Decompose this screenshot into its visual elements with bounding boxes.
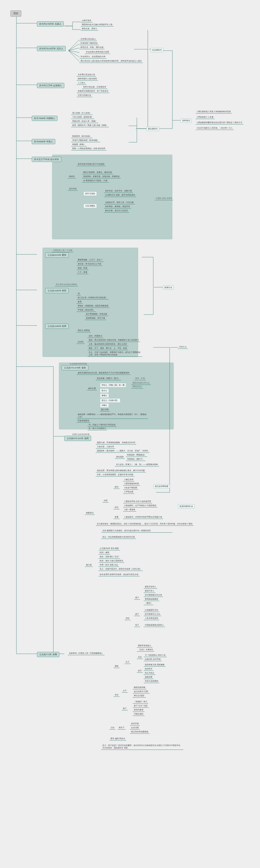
leaf: 教育 <box>137 670 143 673</box>
leaf: 我国境内迄今已确认发现最早古人类 <box>81 23 114 27</box>
root-node[interactable]: 历史 <box>10 10 21 17</box>
svg-line-17 <box>68 51 79 62</box>
branch-zhanguo[interactable]: 公元前475-221年 战国 <box>64 436 91 441</box>
leaf: 制造耒耜，发展交通，制造乐器，发展商业 <box>82 175 121 178</box>
leaf: 儒家学派创始人 <box>137 644 152 648</box>
leaf: 人工取火 <box>77 82 86 85</box>
leaf: 浙江余姚（长江流域） <box>71 112 92 115</box>
branch-banpo[interactable]: 距今6000年 半坡人 <box>32 139 55 144</box>
branch-hemudu[interactable]: 距今7000年 河姆渡人 <box>32 116 57 121</box>
label-daojia: 道家 <box>114 693 120 697</box>
label-neirong: 内容 <box>103 499 109 502</box>
leaf: 都 迁至 殷（后商权水系迁都至殷） <box>77 296 109 300</box>
leaf: 周口店北京人遗址是迄今所知世界内涵最丰富，材料最齐全的直立人遗址 <box>79 60 143 63</box>
block-yandi <box>52 155 172 239</box>
leaf: 《论语》为弟读孔 <box>137 648 154 652</box>
leaf: 评价：公录最高级索置，反复科学要中的路 <box>96 473 134 476</box>
label-rujia: 儒家 <box>124 617 131 620</box>
note-side2: 促进封建制社会 <box>178 504 195 508</box>
leaf: 周倒沙衰之 <box>132 385 143 389</box>
leaf: 地点位置：李冰奉秦王都令修建都江堰夫，解方代水问题 <box>96 469 146 472</box>
leaf: 知之为知之 <box>144 672 155 675</box>
branch-xia[interactable]: 公元前2070年 夏朝 <box>45 252 69 258</box>
label-zhengzhi: 政治 <box>114 486 120 489</box>
leaf: 提倡有教无类 因材施教 <box>144 663 166 666</box>
box-qihuan: 齐桓公（首数上面）第一霸 <box>100 383 126 388</box>
leaf: 种植粟（粮食） <box>71 143 87 146</box>
leaf: 诸侯：天子、诸侯、卿大夫、士、平民、奴隶 <box>88 347 128 350</box>
label-rujia2: 儒家 <box>114 665 120 668</box>
branch-shang[interactable]: 公元前1600年 商朝 <box>45 288 69 293</box>
side-note: 中原氏 炎黄 后来华 <box>155 197 173 200</box>
leaf: 3 改革户籍制度 <box>123 486 138 490</box>
leaf: 群居生活，时食，西时石器 <box>79 46 105 49</box>
note-side1: 建立起和理制度 <box>153 484 170 489</box>
leaf: 三家分晋，三家分齐 <box>96 445 115 448</box>
label-shennong: 神农氏 <box>68 175 76 178</box>
leaf: 教民开垦耕种，发展生，遍尝百草 <box>82 171 113 174</box>
leaf: 盘庚 <box>77 300 83 304</box>
leaf: 汤 <box>77 292 81 296</box>
leaf: 敦化后事，最后文方位死后 <box>104 209 129 213</box>
leaf: 顺应自然和观 <box>133 686 146 689</box>
leaf: 公元前256年 李冰 蜀郡 <box>98 547 120 550</box>
leaf: 建立和央专的极统统 <box>130 731 149 734</box>
label-shangyang: 商鞅变法 <box>85 512 95 515</box>
leaf: 亡于：桀暴 <box>77 271 88 274</box>
connector-lines <box>0 0 260 868</box>
label-yixue: 医学 扁鹊 四诊法 <box>110 737 126 741</box>
leaf: 反对发路非正义品 <box>144 613 161 616</box>
note: 2.劳动创造了人本身 <box>196 116 214 119</box>
label-mozi: 墨子 <box>134 596 140 600</box>
leaf: 追无法而为"无用" <box>133 690 150 693</box>
leaf: 时间：秦国 <box>98 551 110 555</box>
leaf: 黄帝和炎帝部落先富于中游地区 <box>77 163 106 166</box>
branch-xizhou[interactable]: 公元前1046年 西周 <box>45 323 69 329</box>
leaf: 模样和现代人基本相同 <box>77 78 98 81</box>
leaf: 外形保留了猿的特征 <box>79 42 99 45</box>
leaf: 已进入氏族社会 <box>77 94 92 97</box>
leaf: 甲骨器（殿至若药） <box>77 309 96 312</box>
leaf: 战国战争（兼并战争）——规模大、兵力多、区域广、时间长 <box>96 450 149 453</box>
leaf: 著名战役 <box>115 456 125 459</box>
branch-dongzhou[interactable]: 公元前771年 东周 <box>37 652 59 657</box>
leaf: 《道德经》有六 <box>133 700 148 704</box>
svg-line-15 <box>68 51 79 53</box>
leaf: 夏朝青铜象，公元下…应主了 <box>77 258 104 262</box>
leaf: 作用：防洪 灌溉 水运 <box>98 563 119 567</box>
box-qin: 秦穆公 <box>100 393 109 398</box>
svg-line-12 <box>68 40 79 51</box>
leaf: 义务：服从联统穿王规定的防务，需征王进贡 <box>88 343 128 346</box>
leaf: 1 奖励军功，对有军功者授予爵位并赏赐土地 <box>123 516 163 519</box>
label-yuangu: 远古传说 <box>68 187 78 191</box>
leaf: 掌握挖孔和磨制技术，有了审美意识 <box>77 90 110 93</box>
branch-yuanmou[interactable]: 距今约170万年 元谋人 <box>37 21 64 27</box>
leaf: 学会使用火类来自然火使用 <box>85 51 110 54</box>
leaf: 都城：阳城 <box>77 267 88 270</box>
leaf: 越王勾践 <box>100 408 110 411</box>
leaf: 1 确立县制 <box>123 478 134 482</box>
leaf: 值水患变利 改财经济临师，使以好为史生沃也 <box>98 573 140 577</box>
leaf: 4 严明法度 <box>123 491 134 494</box>
era-new-stone: 新石器时代 <box>146 127 159 131</box>
leaf: 制作青盐，察测地。建造宫室 <box>104 205 131 209</box>
label-mengzi: 孟子 <box>134 613 140 616</box>
leaf: 酒文器：青 特征转让公平器 <box>77 262 103 266</box>
label-xunzi: 荀子 <box>134 624 140 627</box>
branch-chunqiu[interactable]: 公元前770-476年 春秋 <box>62 365 88 370</box>
branch-shanding[interactable]: 距今约三万年 山顶洞人 <box>37 83 64 88</box>
label-laozi: 老子 <box>122 707 128 710</box>
label-kongzi: 孔子 <box>124 661 131 664</box>
leaf: 云南元谋县 <box>81 19 92 23</box>
leaf: 温故知新 <box>144 676 153 679</box>
label-jingji: 经济 <box>114 506 120 509</box>
branch-yandi[interactable]: 距今五六千年前 远古传说 <box>32 157 61 162</box>
leaf: 春秋五霸 <box>87 387 97 391</box>
leaf: 春秋后期铁制农具出现，极其提高生产力水平是记朝重废材料 <box>77 371 131 375</box>
branch-beijing[interactable]: 距今约70-20万年 北京人 <box>37 46 66 51</box>
leaf: 目的：巩固政治 <box>88 335 103 338</box>
leaf: 基础：周王是最高者 皇朝分封地，有服诸侯土地人民的权力 <box>88 339 140 342</box>
leaf: 家畜（猪狗水牛）陶器 玉器 乐器（骨哨） <box>71 124 109 127</box>
label-fajia: 法家 <box>110 726 115 730</box>
leaf: 最大青铜铜铜：司母戊鼎 <box>85 313 108 316</box>
